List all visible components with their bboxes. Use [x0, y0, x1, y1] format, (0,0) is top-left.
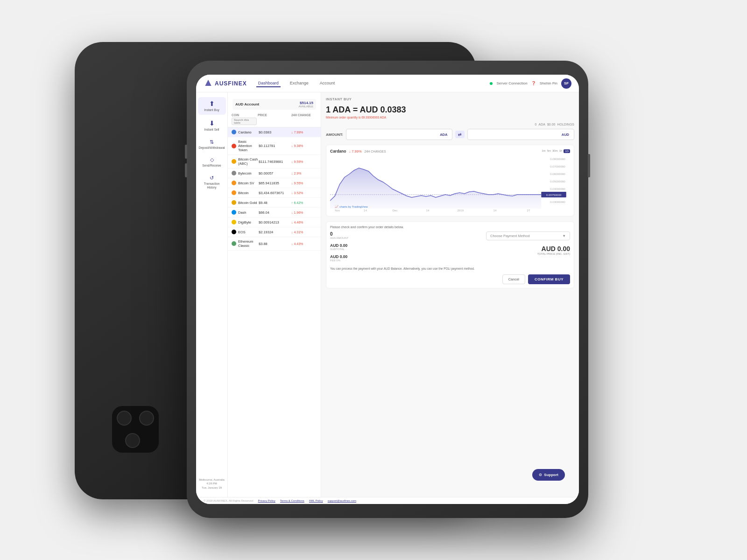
dropdown-chevron-icon: ▼ — [563, 234, 566, 238]
total-price-row: AUD 0.00 TOTAL PRICE (INC. GST) — [537, 245, 570, 255]
tf-1m[interactable]: 1m — [542, 149, 545, 153]
subtotal-sub: SUBTOTAL — [330, 248, 347, 251]
help-icon[interactable]: ❓ — [531, 81, 536, 85]
support-button[interactable]: ⊙ Support — [532, 469, 565, 481]
svg-text:Nov: Nov — [335, 209, 340, 212]
svg-text:27: 27 — [527, 209, 530, 212]
coin-price-btc: $3,434.6073671 — [259, 191, 291, 195]
coin-search[interactable]: Search this table — [232, 118, 257, 125]
subtotal-row: AUD 0.00 SUBTOTAL — [330, 243, 486, 251]
camera-lens-2 — [139, 411, 154, 426]
user-avatar[interactable]: SF — [561, 78, 571, 89]
app-footer: © 2018 AUSFINEX, All Rights Reserved Pri… — [196, 497, 579, 504]
col-change: 24H CHANGE — [291, 113, 317, 125]
nav-right: Server Connection ❓ Shehin Fin SF — [490, 78, 571, 89]
terms-link[interactable]: Terms & Conditions — [280, 499, 304, 502]
confirm-buy-button[interactable]: CONFIRM BUY — [528, 274, 570, 284]
coin-row-dash[interactable]: Dash $66.04 ↓ 1.96% — [228, 208, 321, 217]
main-panel: AUD Account $514.15 AVAILABLE COIN — [228, 92, 579, 497]
coin-change-ada: ↓ 7.99% — [291, 131, 317, 134]
sidebar-date: Tue, January 29 — [199, 486, 225, 490]
tf-1h[interactable]: 1h — [559, 149, 563, 153]
nav-dashboard[interactable]: Dashboard — [256, 80, 281, 87]
coin-list-panel: AUD Account $514.15 AVAILABLE COIN — [228, 92, 321, 497]
camera-lens-3 — [125, 433, 140, 448]
sidebar-item-send[interactable]: ◇ Send/Receive — [198, 154, 226, 170]
coin-price-bat: $0.112781 — [259, 144, 291, 148]
amount-row: AMOUNT: ADA ⇄ AUD — [326, 129, 574, 140]
coin-change-bat: ↓ 9.38% — [291, 144, 317, 147]
coin-row-bat[interactable]: Basic Attention Token $0.112781 ↓ 9.38% — [228, 137, 321, 155]
chart-svg-container: 0.08000000 0.07000000 0.06000000 0.05000… — [330, 156, 570, 212]
chart-coin-name: Cardano — [330, 149, 346, 154]
payment-note: You can process the payment with your AU… — [330, 266, 570, 271]
coin-name-bcn: Bytecoin — [238, 171, 252, 175]
ada-amount-row: 0 ADA AMOUNT — [330, 231, 486, 239]
coin-change-bsv: ↓ 9.55% — [291, 182, 317, 185]
tf-30m[interactable]: 30m — [552, 149, 558, 153]
app: AUSFINEX Dashboard Exchange Account Serv… — [196, 75, 579, 504]
deposit-icon: ⇅ — [210, 139, 214, 145]
nav-account[interactable]: Account — [318, 80, 337, 87]
nav-links: Dashboard Exchange Account — [256, 80, 490, 87]
coin-name-bat: Basic Attention Token — [238, 140, 259, 152]
sidebar-label-instant-buy: Instant Buy — [204, 108, 219, 112]
coin-change-btc: ↓ 3.52% — [291, 191, 317, 195]
coin-row-etc[interactable]: Ethereum Classic $3.88 ↓ 4.43% — [228, 237, 321, 251]
sidebar-item-instant-buy[interactable]: ⬆ Instant Buy — [198, 97, 226, 115]
coin-change-bcn: ↓ 2.9% — [291, 172, 317, 175]
svg-text:Dec: Dec — [393, 209, 398, 212]
svg-text:0.05000000: 0.05000000 — [550, 180, 565, 183]
user-name: Shehin Fin — [540, 81, 557, 85]
aud-balance: $514.15 — [299, 101, 313, 105]
coin-row-bsv[interactable]: Bitcoin SV $65.9411835 ↓ 9.55% — [228, 178, 321, 188]
fee-value: AUD 0.00 — [330, 254, 347, 259]
chart-timeframes: 1m 5m 30m 1h 1D — [542, 149, 570, 153]
aud-amount-input[interactable]: AUD — [467, 129, 574, 140]
coin-row-bch[interactable]: Bitcoin Cash (ABC) $111.74639881 ↓ 9.59% — [228, 155, 321, 168]
coin-row-bcn[interactable]: Bytecoin $0.00057 ↓ 2.9% — [228, 168, 321, 178]
sidebar-label-history: Transaction History — [200, 182, 224, 189]
holdings-amount: 0 — [535, 123, 537, 126]
sidebar-item-instant-sell[interactable]: ⬇ Instant Sell — [198, 117, 226, 134]
privacy-policy-link[interactable]: Privacy Policy — [258, 499, 275, 502]
payment-method-dropdown[interactable]: Choose Payment Method ▼ — [486, 231, 570, 240]
svg-text:14: 14 — [493, 209, 497, 212]
ada-amount-input[interactable]: ADA — [346, 129, 453, 140]
coin-row-btc[interactable]: Bitcoin $3,434.6073671 ↓ 3.52% — [228, 188, 321, 198]
coin-name-bch: Bitcoin Cash (ABC) — [238, 157, 259, 166]
price-chart: 0.08000000 0.07000000 0.06000000 0.05000… — [330, 156, 570, 212]
panel-header: AUD Account $514.15 AVAILABLE — [228, 92, 321, 112]
svg-text:0.04000000: 0.04000000 — [550, 187, 565, 190]
nav-exchange[interactable]: Exchange — [288, 80, 310, 87]
sidebar-item-history[interactable]: ↺ Transaction History — [198, 172, 226, 192]
coin-row-eos[interactable]: EOS $2.19324 ↓ 4.31% — [228, 227, 321, 237]
order-confirm-text: Please check and confirm your order deta… — [330, 225, 570, 229]
ausfinex-logo-icon — [204, 79, 213, 88]
price-header: 1 ADA = AUD 0.0383 — [326, 105, 574, 115]
support-email-link[interactable]: support@ausfinex.com — [328, 499, 356, 502]
svg-text:0.03750000: 0.03750000 — [546, 193, 562, 196]
holdings-currency: ADA — [539, 123, 545, 126]
coin-price-ada: $0.0383 — [259, 130, 291, 134]
coin-row-ada[interactable]: Cardano $0.0383 ↓ 7.99% — [228, 127, 321, 137]
svg-text:2019: 2019 — [457, 209, 464, 212]
chart-area: Cardano ↓ 7.99% 24H CHANGES 1m 5m 30m 1h… — [326, 145, 574, 217]
aud-account-label: AUD Account — [235, 102, 259, 106]
coin-row-btg[interactable]: Bitcoin Gold $9.48 ↑ 6.42% — [228, 198, 321, 208]
coin-name-dgb: DigiByte — [238, 220, 251, 224]
camera-lens-1 — [117, 411, 132, 426]
camera-bump — [112, 406, 159, 453]
aml-policy-link[interactable]: AML Policy — [309, 499, 323, 502]
swap-button[interactable]: ⇄ — [455, 131, 465, 138]
nav-bar: AUSFINEX Dashboard Exchange Account Serv… — [196, 75, 579, 92]
tf-1d[interactable]: 1D — [564, 149, 570, 153]
tf-5m[interactable]: 5m — [547, 149, 551, 153]
payment-method-label: Choose Payment Method — [490, 234, 530, 238]
coin-name-btc: Bitcoin — [238, 191, 249, 195]
sidebar-item-deposit[interactable]: ⇅ Deposit/Withdrawal — [198, 136, 226, 153]
min-order: Minimum order quantity is 69.93006993 AD… — [326, 116, 574, 119]
chart-title-row: Cardano ↓ 7.99% 24H CHANGES 1m 5m 30m 1h… — [330, 149, 570, 154]
coin-row-dgb[interactable]: DigiByte $0.00914213 ↓ 4.46% — [228, 217, 321, 227]
cancel-button[interactable]: Cancel — [502, 274, 525, 284]
